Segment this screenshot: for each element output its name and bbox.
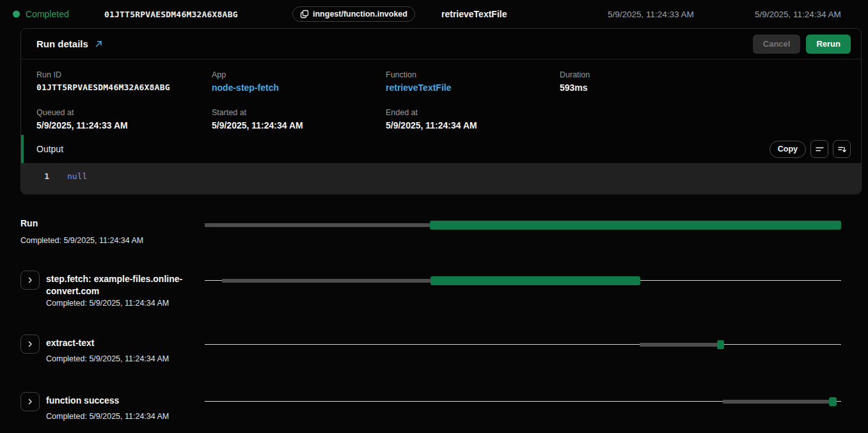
- queued-bar: [640, 343, 717, 347]
- wrap-text-button[interactable]: [810, 140, 828, 158]
- line-number: 1: [40, 171, 49, 181]
- run-details-panel: Run details Cancel Rerun Run ID 01JTT5RP…: [20, 28, 862, 194]
- step-completed-time: Completed: 5/9/2025, 11:24:34 AM: [46, 354, 200, 363]
- function-name-text: retrieveTextFile: [441, 9, 507, 19]
- field-app: App node-step-fetch: [212, 70, 386, 93]
- step-label: Run Completed: 5/9/2025, 11:24:34 AM: [20, 217, 174, 245]
- duration-bar[interactable]: [829, 397, 837, 406]
- step-name: extract-text: [46, 337, 200, 349]
- output-header: Output Copy: [21, 135, 861, 163]
- rerun-button[interactable]: Rerun: [806, 35, 851, 54]
- chevron-right-icon: [26, 276, 34, 284]
- function-link[interactable]: retrieveTextFile: [386, 83, 560, 93]
- field-label: App: [212, 70, 386, 79]
- expand-step-button[interactable]: [20, 271, 40, 290]
- panel-actions: Cancel Rerun: [753, 35, 851, 54]
- timeline-row-function-success: function success Completed: 5/9/2025, 11…: [0, 387, 868, 432]
- field-value: 593ms: [560, 83, 846, 93]
- timeline-row-extract-text: extract-text Completed: 5/9/2025, 11:24:…: [0, 329, 868, 374]
- panel-header: Run details Cancel Rerun: [21, 29, 861, 59]
- timeline-track: [205, 340, 841, 349]
- field-value: 01JTT5RPVAESDM46M32A6X8ABG: [36, 83, 212, 92]
- output-title: Output: [36, 144, 63, 154]
- field-label: Ended at: [386, 108, 560, 117]
- duration-bar[interactable]: [430, 276, 640, 285]
- copy-output-button[interactable]: Copy: [769, 141, 806, 158]
- step-label: function success Completed: 5/9/2025, 11…: [46, 395, 200, 421]
- field-duration: Duration 593ms: [560, 70, 846, 93]
- field-label: Run ID: [36, 70, 212, 79]
- status-label: Completed: [26, 9, 69, 19]
- timeline-track: [205, 397, 841, 406]
- output-code: null: [67, 171, 87, 181]
- timeline-baseline: [205, 344, 841, 345]
- timeline-row-step-fetch: step.fetch: example-files.online-convert…: [0, 265, 868, 317]
- output-code-block[interactable]: 1 null: [21, 163, 861, 194]
- external-link-icon[interactable]: [95, 40, 103, 48]
- field-label: Started at: [212, 108, 386, 117]
- app-link[interactable]: node-step-fetch: [212, 83, 386, 93]
- step-label: extract-text Completed: 5/9/2025, 11:24:…: [46, 337, 200, 363]
- cancel-button[interactable]: Cancel: [753, 35, 801, 54]
- scroll-to-bottom-button[interactable]: [833, 140, 851, 158]
- step-name: Run: [20, 217, 174, 230]
- output-accent-bar: [21, 135, 24, 163]
- queued-timestamp: 5/9/2025, 11:24:33 AM: [608, 10, 694, 19]
- expand-step-button[interactable]: [20, 392, 40, 411]
- field-label: Duration: [560, 70, 846, 79]
- expand-step-button[interactable]: [20, 335, 40, 354]
- step-completed-time: Completed: 5/9/2025, 11:24:34 AM: [46, 299, 200, 308]
- field-value: 5/9/2025, 11:24:34 AM: [212, 120, 386, 130]
- field-label: Function: [386, 70, 560, 79]
- run-id-text: 01JTT5RPVAESDM46M32A6X8ABG: [104, 10, 238, 19]
- field-value: 5/9/2025, 11:24:33 AM: [36, 120, 212, 130]
- field-function: Function retrieveTextFile: [386, 70, 560, 93]
- chevron-right-icon: [26, 340, 34, 348]
- event-name-label: inngest/function.invoked: [313, 10, 407, 19]
- step-name: function success: [46, 395, 200, 407]
- queued-bar: [205, 223, 430, 227]
- field-value: 5/9/2025, 11:24:34 AM: [386, 120, 560, 130]
- step-completed-time: Completed: 5/9/2025, 11:24:34 AM: [46, 412, 200, 421]
- status-dot-icon: [13, 11, 20, 18]
- timeline-track: [205, 276, 841, 285]
- field-run-id: Run ID 01JTT5RPVAESDM46M32A6X8ABG: [36, 70, 212, 93]
- copy-icon: [300, 10, 309, 19]
- step-name: step.fetch: example-files.online-convert…: [46, 273, 200, 297]
- field-ended-at: Ended at 5/9/2025, 11:24:34 AM: [386, 108, 560, 130]
- duration-bar[interactable]: [717, 340, 724, 349]
- started-timestamp: 5/9/2025, 11:24:34 AM: [755, 10, 841, 19]
- event-name-badge[interactable]: inngest/function.invoked: [292, 6, 415, 22]
- chevron-right-icon: [26, 398, 34, 405]
- output-actions: Copy: [769, 140, 851, 158]
- scroll-to-bottom-icon: [837, 145, 847, 154]
- step-label: step.fetch: example-files.online-convert…: [46, 273, 200, 308]
- queued-bar: [723, 400, 829, 404]
- run-metadata: Run ID 01JTT5RPVAESDM46M32A6X8ABG App no…: [21, 59, 861, 135]
- field-queued-at: Queued at 5/9/2025, 11:24:33 AM: [36, 108, 212, 130]
- run-status-bar: Completed 01JTT5RPVAESDM46M32A6X8ABG inn…: [0, 0, 868, 28]
- timeline-track: [205, 221, 841, 230]
- wrap-text-icon: [815, 145, 825, 154]
- queued-bar: [222, 279, 430, 283]
- field-started-at: Started at 5/9/2025, 11:24:34 AM: [212, 108, 386, 130]
- timeline-row-run: Run Completed: 5/9/2025, 11:24:34 AM: [0, 211, 868, 249]
- field-label: Queued at: [36, 108, 212, 117]
- panel-title: Run details: [36, 38, 88, 49]
- duration-bar[interactable]: [430, 221, 841, 230]
- step-completed-time: Completed: 5/9/2025, 11:24:34 AM: [20, 236, 174, 245]
